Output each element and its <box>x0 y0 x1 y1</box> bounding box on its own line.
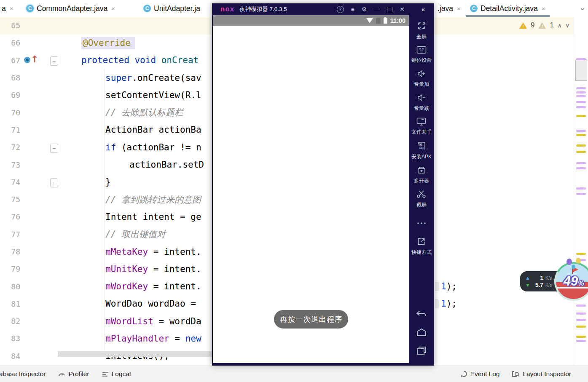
wifi-icon <box>366 18 373 23</box>
error-stripe-mark[interactable] <box>576 134 586 136</box>
badge-percent: 49% <box>564 274 584 289</box>
event-log-button[interactable]: Event Log <box>460 370 500 378</box>
screenshot-root: a × C CommonAdapter.java × C UnitAdapter… <box>0 0 588 382</box>
error-stripe-mark[interactable] <box>576 115 586 117</box>
toolbar-item-fullscreen[interactable]: 全屏 <box>416 21 427 40</box>
fold-handle[interactable]: − <box>50 178 58 187</box>
error-stripe-mark[interactable] <box>576 319 586 321</box>
multi-instance-icon <box>417 166 426 176</box>
emulator-title-bar[interactable]: nox 夜神模拟器 7.0.3.5 ? ≡ ⚙ — ✕ « <box>212 3 434 15</box>
maximize-button[interactable] <box>387 7 392 12</box>
inspections-widget[interactable]: ! 9 ! 1 ∧ ∨ <box>519 21 569 29</box>
line-number: 67 <box>0 52 20 69</box>
emulator-toolbar: 全屏键位设置音量加音量减文件助手APK安装APK多开器截屏快捷方式 <box>409 15 434 363</box>
close-icon[interactable]: × <box>542 5 545 12</box>
warning-count: 9 <box>531 21 534 29</box>
toolbar-item-shortcut[interactable]: 快捷方式 <box>411 237 432 256</box>
error-stripe-mark[interactable] <box>576 162 586 164</box>
toolbar-item-label: 安装APK <box>411 153 432 160</box>
error-stripe-mark[interactable] <box>576 305 586 307</box>
tab-label: a <box>2 4 6 13</box>
nox-logo: nox <box>220 5 234 13</box>
toolbar-item-label: 多开器 <box>414 177 429 184</box>
collapse-sidebar-icon[interactable]: « <box>422 5 425 13</box>
fold-handle[interactable]: − <box>50 144 58 153</box>
toolbar-item-install-apk[interactable]: APK安装APK <box>411 141 432 160</box>
toolbar-item-file-assistant[interactable]: 文件助手 <box>411 118 432 136</box>
toolbar-item-volume-down[interactable]: 音量减 <box>414 93 429 112</box>
install-apk-icon: APK <box>417 141 426 152</box>
close-button[interactable]: ✕ <box>400 6 405 13</box>
toolbar-item-screenshot[interactable]: 截屏 <box>416 190 427 208</box>
error-stripe[interactable] <box>574 17 588 366</box>
menu-icon[interactable]: ≡ <box>351 6 354 13</box>
error-stripe-mark[interactable] <box>576 187 586 190</box>
tab-detailactivity[interactable]: C DetailActivity.java × <box>466 0 550 17</box>
home-button[interactable] <box>416 328 427 338</box>
close-icon[interactable]: × <box>10 5 13 12</box>
error-stripe-mark[interactable] <box>576 95 586 97</box>
line-number: 82 <box>0 313 20 330</box>
chevron-down-icon[interactable]: ⌄ <box>580 3 585 12</box>
error-stripe-mark[interactable] <box>576 340 586 342</box>
error-stripe-mark[interactable] <box>576 87 586 89</box>
error-stripe-mark[interactable] <box>576 58 586 60</box>
class-icon: C <box>26 5 34 12</box>
line-number: 75 <box>0 191 20 208</box>
toolbar-item-label: 截屏 <box>416 201 427 208</box>
close-icon[interactable]: × <box>457 5 461 12</box>
slogan-underline-swoosh <box>251 237 369 248</box>
upload-unit: K/s <box>545 275 552 280</box>
parameter-hint-chip <box>435 282 439 291</box>
fold-handle[interactable]: − <box>50 56 58 66</box>
layout-inspector-button[interactable]: Layout Inspector <box>512 370 571 378</box>
error-stripe-mark[interactable] <box>576 326 586 328</box>
error-stripe-mark[interactable] <box>576 313 586 315</box>
line-number: 78 <box>0 243 20 260</box>
error-stripe-mark[interactable] <box>576 193 586 195</box>
settings-gear-icon[interactable]: ⚙ <box>362 6 367 13</box>
toolbar-item-more[interactable] <box>416 214 427 232</box>
logo-text: word <box>271 103 372 143</box>
tab-partial-java[interactable]: .java × <box>433 0 465 17</box>
error-stripe-mark[interactable] <box>576 130 586 132</box>
error-stripe-mark[interactable] <box>576 253 586 255</box>
error-stripe-mark[interactable] <box>576 144 586 147</box>
error-stripe-mark[interactable] <box>576 106 586 108</box>
tab-label: CommonAdapter.java <box>37 4 107 13</box>
error-stripe-mark[interactable] <box>576 101 586 103</box>
profiler-button[interactable]: Profiler <box>58 370 89 378</box>
database-inspector-label: Database Inspector <box>0 370 46 378</box>
tab-label: .java <box>438 4 453 13</box>
recents-button[interactable] <box>416 346 427 357</box>
tab-commonadapter[interactable]: C CommonAdapter.java × <box>22 0 119 17</box>
prev-warning-button[interactable]: ∧ <box>558 22 562 29</box>
back-button[interactable] <box>416 310 427 320</box>
tab-partial-left[interactable]: a × <box>0 0 18 17</box>
override-up-arrow-icon[interactable]: ↑ <box>31 54 38 64</box>
error-stripe-mark[interactable] <box>576 91 586 93</box>
error-stripe-mark[interactable] <box>576 336 586 338</box>
error-stripe-mark[interactable] <box>576 151 586 153</box>
badge-artwork: 49% <box>556 264 588 299</box>
minimize-button[interactable]: — <box>374 6 380 13</box>
logcat-button[interactable]: Logcat <box>102 370 132 378</box>
android-screen[interactable]: 11:00 word word在手，单词都熟 Copyright © 2016 … <box>213 15 409 363</box>
toolbar-item-volume-up[interactable]: 音量加 <box>414 69 429 88</box>
line-number: 84 <box>0 347 20 365</box>
database-inspector-button[interactable]: Database Inspector <box>0 370 46 378</box>
battery-icon <box>384 18 387 24</box>
error-stripe-mark[interactable] <box>576 167 586 169</box>
balloon-icon <box>572 264 575 269</box>
close-icon[interactable]: × <box>111 5 115 12</box>
toolbar-item-keymap[interactable]: 键位设置 <box>411 46 432 64</box>
overridden-method-icon[interactable] <box>24 57 30 63</box>
weak-warning-icon: ! <box>538 22 546 29</box>
warning-icon: ! <box>519 22 527 29</box>
toolbar-item-multi-instance[interactable]: 多开器 <box>414 166 429 184</box>
toolbar-item-label: 音量减 <box>414 105 429 112</box>
vertical-scrollbar-thumb[interactable] <box>575 59 587 81</box>
next-warning-button[interactable]: ∨ <box>565 22 569 29</box>
help-icon[interactable]: ? <box>337 6 344 13</box>
tab-unitadapter[interactable]: C UnitAdapter.ja <box>139 0 204 17</box>
